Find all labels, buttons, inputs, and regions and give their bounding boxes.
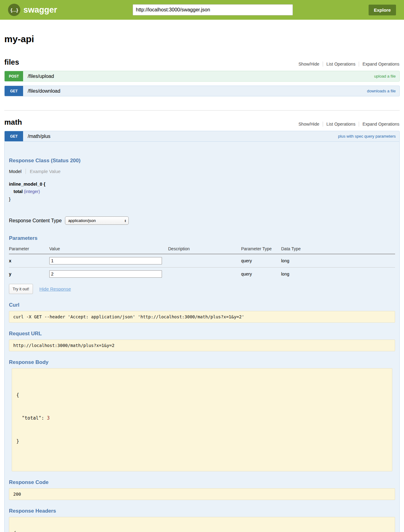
json-open-brace: {: [16, 391, 388, 399]
list-operations-link[interactable]: List Operations: [323, 62, 359, 66]
json-key: "total":: [16, 415, 47, 421]
show-hide-link[interactable]: Show/Hide: [295, 122, 323, 127]
property-type: (integer): [24, 189, 40, 194]
section-controls-math: Show/Hide List Operations Expand Operati…: [295, 122, 400, 127]
model-tabs: Model Example Value: [9, 169, 395, 174]
column-header-parameter: Parameter: [9, 244, 49, 254]
brand-link[interactable]: {…} swagger: [8, 4, 57, 16]
show-hide-link[interactable]: Show/Hide: [295, 62, 323, 66]
request-url-heading: Request URL: [9, 331, 395, 337]
endpoint-path[interactable]: /math/plus: [28, 134, 50, 139]
section-title-files: files: [4, 58, 19, 66]
try-it-out-button[interactable]: Try it out!: [9, 284, 33, 294]
parameter-data-type: long: [281, 272, 289, 276]
endpoint-summary: upload a file: [374, 74, 396, 79]
explore-button[interactable]: Explore: [369, 5, 396, 15]
response-body-heading: Response Body: [9, 359, 395, 365]
method-badge-get: GET: [5, 86, 23, 96]
parameter-data-type: long: [281, 258, 289, 263]
method-badge-get: GET: [5, 131, 23, 141]
parameter-y-input[interactable]: [49, 270, 162, 278]
endpoint-row-get-math-plus[interactable]: GET /math/plus plus with spec query para…: [4, 131, 400, 142]
spec-url-input[interactable]: [133, 4, 293, 15]
property-name: total: [14, 189, 23, 194]
response-content-type-select[interactable]: application/json ▲ ▼: [65, 216, 129, 225]
endpoint-summary: plus with spec query parameters: [338, 134, 396, 139]
section-controls-files: Show/Hide List Operations Expand Operati…: [295, 62, 400, 66]
response-headers-box: { "date": "Wed, 22 Aug 2018 18:49:13 GMT…: [9, 517, 395, 532]
selected-content-type: application/json: [68, 218, 96, 223]
column-header-data-type: Data Type: [281, 244, 395, 254]
main-content: my-api files Show/Hide List Operations E…: [0, 34, 404, 532]
parameters-header-row: Parameter Value Description Parameter Ty…: [9, 244, 395, 254]
parameter-row-y: y query long: [9, 268, 395, 281]
column-header-parameter-type: Parameter Type: [241, 244, 281, 254]
response-code-heading: Response Code: [9, 479, 395, 486]
parameter-type: query: [241, 272, 252, 276]
section-title-math: math: [4, 118, 22, 127]
model-open-line: inline_model_0 {: [9, 181, 395, 187]
brand-title: swagger: [23, 5, 57, 15]
page-title: my-api: [4, 34, 400, 44]
curl-command-box: curl -X GET --header 'Accept: applicatio…: [9, 311, 395, 323]
section-header-files: files Show/Hide List Operations Expand O…: [4, 58, 400, 66]
model-property: total (integer): [14, 189, 395, 194]
endpoint-row-post-files-upload[interactable]: POST /files/upload upload a file: [4, 71, 400, 82]
parameter-type: query: [241, 258, 252, 263]
section-divider: [4, 110, 400, 111]
json-close-brace: }: [16, 437, 388, 445]
response-content-type-row: Response Content Type application/json ▲…: [9, 216, 395, 225]
expand-operations-link[interactable]: Expand Operations: [359, 62, 400, 66]
model-close-line: }: [9, 196, 395, 202]
json-total-line: "total": 3: [16, 414, 388, 422]
column-header-value: Value: [49, 244, 168, 254]
response-body-box: { "total": 3 }: [12, 368, 392, 471]
parameters-heading: Parameters: [9, 235, 395, 241]
section-header-math: math Show/Hide List Operations Expand Op…: [4, 118, 400, 127]
endpoint-summary: downloads a file: [367, 89, 396, 93]
operation-detail-panel: Response Class (Status 200) Model Exampl…: [4, 142, 400, 532]
parameter-row-x: x query long: [9, 254, 395, 268]
parameter-name: y: [9, 272, 11, 276]
method-badge-post: POST: [5, 71, 23, 81]
select-arrows-icon: ▲ ▼: [124, 219, 126, 222]
response-headers-json: { "date": "Wed, 22 Aug 2018 18:49:13 GMT…: [14, 530, 390, 532]
json-value: 3: [47, 415, 50, 421]
try-it-out-row: Try it out! Hide Response: [9, 284, 395, 294]
tab-example-value[interactable]: Example Value: [26, 169, 61, 174]
parameter-x-input[interactable]: [49, 257, 162, 264]
expand-operations-link[interactable]: Expand Operations: [359, 122, 400, 127]
endpoint-path[interactable]: /files/download: [28, 88, 60, 94]
response-headers-heading: Response Headers: [9, 508, 395, 514]
parameters-table: Parameter Value Description Parameter Ty…: [9, 244, 395, 280]
tab-model[interactable]: Model: [9, 169, 26, 174]
header-bar: {…} swagger Explore: [0, 0, 404, 20]
endpoint-row-get-files-download[interactable]: GET /files/download downloads a file: [4, 86, 400, 96]
response-content-type-label: Response Content Type: [9, 218, 62, 224]
curl-heading: Curl: [9, 302, 395, 308]
request-url-box: http://localhost:3000/math/plus?x=1&y=2: [9, 340, 395, 351]
column-header-description: Description: [168, 244, 241, 254]
response-code-box: 200: [9, 488, 395, 500]
response-class-heading: Response Class (Status 200): [9, 158, 395, 164]
list-operations-link[interactable]: List Operations: [323, 122, 359, 127]
hide-response-link[interactable]: Hide Response: [39, 286, 71, 292]
parameter-name: x: [9, 258, 11, 263]
swagger-logo-icon: {…}: [8, 4, 20, 16]
model-signature: inline_model_0 { total (integer) }: [9, 181, 395, 202]
endpoint-path[interactable]: /files/upload: [28, 74, 54, 79]
